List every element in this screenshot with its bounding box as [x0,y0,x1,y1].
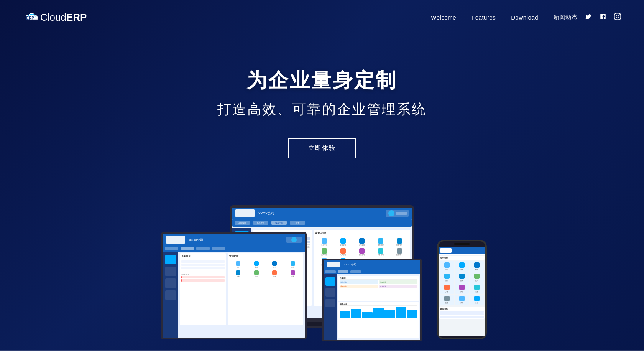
logo[interactable]: ERP CloudERP [23,10,87,25]
twitter-icon[interactable] [585,13,592,21]
erp-logo-small [235,209,255,217]
svg-text:ERP: ERP [26,16,34,20]
hero-subtitle: 打造高效、可靠的企业管理系统 [217,100,427,119]
brand-erp: ERP [66,12,87,23]
nav-right: Welcome Features Download 新闻动态 [431,13,621,21]
phone-mockup: 常用功能 办公 采购 销售 库存 财务 生产 人事 质量 设备 报表 [437,240,487,351]
brand-name: CloudERP [40,12,87,23]
instagram-icon[interactable] [614,13,621,21]
hero-section: ERP CloudERP Welcome Features Download 新… [0,0,644,351]
small-tablet-mockup: XXXX公司 [322,259,429,351]
devices-container: XXXX公司 功能模块 系统管理 报表中心 设置 [150,178,495,351]
nav-features[interactable]: Features [472,14,496,21]
tablet-mockup: XXXX公司 [161,232,314,351]
nav-download[interactable]: Download [511,14,538,21]
erp-company-name: XXXX公司 [258,211,274,216]
hero-title: 为企业量身定制 [247,67,397,94]
nav-social [585,13,621,21]
navbar: ERP CloudERP Welcome Features Download 新… [0,0,644,35]
facebook-icon[interactable] [600,13,606,21]
panel-title-functions: 常用功能 [315,231,409,236]
nav-welcome[interactable]: Welcome [431,14,456,21]
hero-cta-button[interactable]: 立即体验 [288,138,356,158]
nav-links: Welcome Features Download 新闻动态 [431,14,577,21]
cloud-erp-logo-icon: ERP [23,10,42,25]
nav-news[interactable]: 新闻动态 [554,14,577,21]
brand-cloud: Cloud [40,12,66,23]
